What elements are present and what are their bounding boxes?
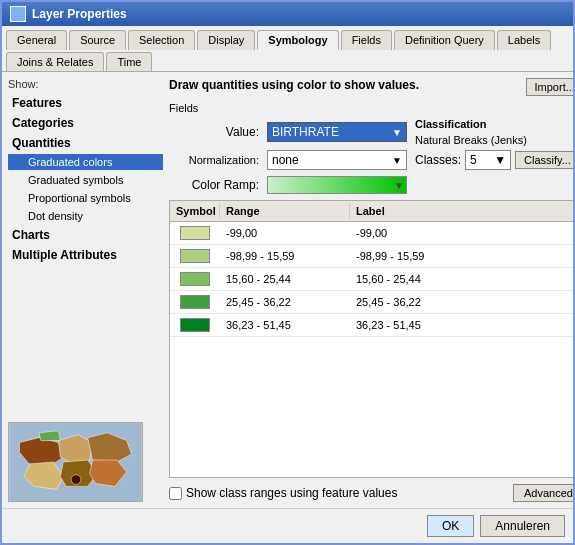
normalization-value-text: none: [272, 153, 299, 167]
row2-color-box: [180, 249, 210, 263]
table-header: Symbol Range Label: [170, 201, 573, 222]
row3-symbol: [170, 268, 220, 290]
content-area: Show: Features Categories Quantities Gra…: [2, 72, 573, 508]
value-dropdown-arrow: ▼: [392, 127, 402, 138]
row2-range: -98,99 - 15,59: [220, 248, 350, 264]
normalization-label: Normalization:: [169, 154, 259, 166]
classify-button[interactable]: Classify...: [515, 151, 573, 169]
show-class-ranges-row: Show class ranges using feature values: [169, 486, 397, 500]
row1-label: -99,00: [350, 225, 573, 241]
right-panel: Draw quantities using color to show valu…: [169, 78, 573, 502]
show-class-ranges-label: Show class ranges using feature values: [186, 486, 397, 500]
row3-color-box: [180, 272, 210, 286]
color-ramp-arrow: ▼: [394, 180, 404, 191]
row1-range: -99,00: [220, 225, 350, 241]
table-row[interactable]: -98,99 - 15,59 -98,99 - 15,59: [170, 245, 573, 268]
tree-graduated-colors[interactable]: Graduated colors: [8, 154, 163, 170]
tab-general[interactable]: General: [6, 30, 67, 50]
row3-label: 15,60 - 25,44: [350, 271, 573, 287]
tabs-bar: General Source Selection Display Symbolo…: [2, 26, 573, 72]
tab-symbology[interactable]: Symbology: [257, 30, 338, 50]
row4-range: 25,45 - 36,22: [220, 294, 350, 310]
tab-labels[interactable]: Labels: [497, 30, 551, 50]
tree-proportional-symbols[interactable]: Proportional symbols: [8, 190, 163, 206]
tree-features[interactable]: Features: [8, 94, 163, 112]
show-class-ranges-checkbox[interactable]: [169, 487, 182, 500]
tab-time[interactable]: Time: [106, 52, 152, 71]
tab-fields[interactable]: Fields: [341, 30, 392, 50]
tree-dot-density[interactable]: Dot density: [8, 208, 163, 224]
col-label: Label: [350, 203, 573, 219]
tab-source[interactable]: Source: [69, 30, 126, 50]
tab-joins-relates[interactable]: Joins & Relates: [6, 52, 104, 71]
cancel-button[interactable]: Annuleren: [480, 515, 565, 537]
advanced-button[interactable]: Advanced: [513, 484, 573, 502]
footer: OK Annuleren: [2, 508, 573, 543]
normalization-dropdown-arrow: ▼: [392, 155, 402, 166]
table-row[interactable]: 36,23 - 51,45 36,23 - 51,45: [170, 314, 573, 337]
classes-dropdown[interactable]: 5 ▼: [465, 150, 511, 170]
table-row[interactable]: 15,60 - 25,44 15,60 - 25,44: [170, 268, 573, 291]
col-symbol: Symbol: [170, 203, 220, 219]
row5-range: 36,23 - 51,45: [220, 317, 350, 333]
window-title: Layer Properties: [32, 7, 127, 21]
classes-dropdown-arrow: ▼: [494, 153, 506, 167]
row3-range: 15,60 - 25,44: [220, 271, 350, 287]
draw-title: Draw quantities using color to show valu…: [169, 78, 419, 92]
svg-point-8: [71, 475, 81, 485]
row4-label: 25,45 - 36,22: [350, 294, 573, 310]
color-ramp-label: Color Ramp:: [169, 178, 259, 192]
row5-symbol: [170, 314, 220, 336]
ok-button[interactable]: OK: [427, 515, 474, 537]
row1-color-box: [180, 226, 210, 240]
row4-symbol: [170, 291, 220, 313]
color-ramp-preview[interactable]: ▼: [267, 176, 407, 194]
classes-value: 5: [470, 153, 477, 167]
value-dropdown[interactable]: BIRTHRATE ▼: [267, 122, 407, 142]
table-row[interactable]: -99,00 -99,00: [170, 222, 573, 245]
normalization-row: Normalization: none ▼: [169, 150, 407, 170]
color-ramp-row: Color Ramp: ▼: [169, 176, 573, 194]
left-panel: Show: Features Categories Quantities Gra…: [8, 78, 163, 502]
fields-section-label: Fields: [169, 102, 573, 114]
tab-display[interactable]: Display: [197, 30, 255, 50]
row2-label: -98,99 - 15,59: [350, 248, 573, 264]
row5-color-box: [180, 318, 210, 332]
classification-method: Natural Breaks (Jenks): [415, 134, 527, 146]
classes-label: Classes:: [415, 153, 461, 167]
symbol-table: Symbol Range Label -99,00 -99,00: [169, 200, 573, 478]
tab-definition-query[interactable]: Definition Query: [394, 30, 495, 50]
layer-properties-window: Layer Properties General Source Selectio…: [0, 0, 575, 545]
tree-categories[interactable]: Categories: [8, 114, 163, 132]
row2-symbol: [170, 245, 220, 267]
tab-selection[interactable]: Selection: [128, 30, 195, 50]
import-button[interactable]: Import...: [526, 78, 573, 96]
row5-label: 36,23 - 51,45: [350, 317, 573, 333]
header-row: Draw quantities using color to show valu…: [169, 78, 573, 96]
value-selected-text: BIRTHRATE: [272, 125, 339, 139]
title-bar: Layer Properties: [2, 2, 573, 26]
classes-row: Classes: 5 ▼ Classify...: [415, 150, 573, 170]
classification-label: Classification: [415, 118, 487, 130]
svg-marker-7: [39, 431, 60, 441]
value-label: Value:: [169, 125, 259, 139]
row1-symbol: [170, 222, 220, 244]
window-icon: [10, 6, 26, 22]
tree-quantities[interactable]: Quantities: [8, 134, 163, 152]
row4-color-box: [180, 295, 210, 309]
value-row: Value: BIRTHRATE ▼: [169, 122, 407, 142]
table-row[interactable]: 25,45 - 36,22 25,45 - 36,22: [170, 291, 573, 314]
tree-charts[interactable]: Charts: [8, 226, 163, 244]
col-range: Range: [220, 203, 350, 219]
tree-multiple-attributes[interactable]: Multiple Attributes: [8, 246, 163, 264]
classification-panel: Classification Natural Breaks (Jenks) Cl…: [415, 118, 573, 170]
bottom-row: Show class ranges using feature values A…: [169, 484, 573, 502]
show-label: Show:: [8, 78, 163, 90]
normalization-dropdown[interactable]: none ▼: [267, 150, 407, 170]
tree-graduated-symbols[interactable]: Graduated symbols: [8, 172, 163, 188]
map-preview: [8, 422, 143, 502]
